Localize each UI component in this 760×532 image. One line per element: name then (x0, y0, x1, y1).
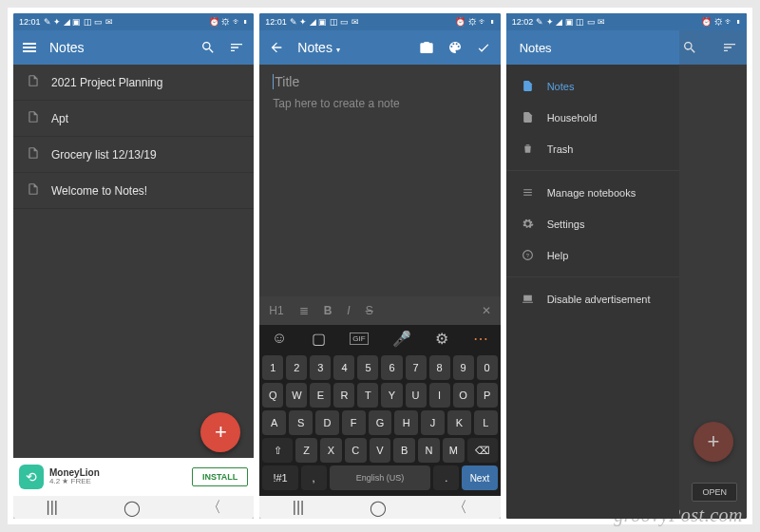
key-z[interactable]: Z (295, 438, 317, 463)
editor-area[interactable]: Title Tap here to create a note (259, 65, 500, 296)
list-button[interactable]: ≣ (299, 304, 309, 317)
note-icon (27, 74, 40, 90)
back-button[interactable]: 〈 (206, 498, 221, 518)
close-format-button[interactable]: ✕ (482, 304, 491, 317)
mic-icon[interactable]: 🎤 (392, 330, 411, 348)
key-t[interactable]: T (357, 383, 378, 408)
key-,[interactable]: , (301, 466, 327, 490)
key-g[interactable]: G (369, 410, 392, 435)
back-button[interactable]: 〈 (452, 498, 467, 518)
key-j[interactable]: J (421, 410, 445, 435)
note-item[interactable]: Apt (13, 101, 254, 137)
kb-settings-icon[interactable]: ⚙ (435, 330, 448, 348)
key-!#1[interactable]: !#1 (262, 466, 297, 490)
key-next[interactable]: Next (462, 466, 497, 490)
key-4[interactable]: 4 (333, 355, 354, 380)
key-m[interactable]: M (443, 438, 465, 463)
recents-button[interactable]: ||| (46, 499, 57, 516)
key-b[interactable]: B (393, 438, 415, 463)
key-l[interactable]: L (474, 410, 498, 435)
screen-drawer: 12:02✎ ✦ ◢ ▣ ◫ ▭ ✉ ⏰ ⚙ ᯤ ▮ + OPEN 12:02✎… (506, 13, 747, 519)
ad-banner[interactable]: ⟲ MoneyLion 4.2 ★ FREE INSTALL (13, 458, 254, 496)
key-w[interactable]: W (286, 383, 307, 408)
key-5[interactable]: 5 (357, 355, 378, 380)
key-1[interactable]: 1 (262, 355, 283, 380)
notebook-dropdown[interactable]: Notes (297, 40, 340, 55)
emoji-icon[interactable]: ☺ (272, 330, 287, 347)
key-⇧[interactable]: ⇧ (262, 438, 293, 463)
ad-install-button[interactable]: INSTALL (192, 467, 248, 486)
key-o[interactable]: O (453, 383, 474, 408)
key-9[interactable]: 9 (453, 355, 474, 380)
key-q[interactable]: Q (262, 383, 283, 408)
key-2[interactable]: 2 (286, 355, 307, 380)
key-y[interactable]: Y (381, 383, 402, 408)
key-v[interactable]: V (370, 438, 391, 463)
palette-icon[interactable] (447, 40, 463, 55)
key-7[interactable]: 7 (406, 355, 427, 380)
drawer-item-household[interactable]: Household (506, 102, 679, 133)
confirm-icon[interactable] (476, 40, 491, 55)
key-d[interactable]: D (315, 410, 339, 435)
app-bar: Notes (259, 30, 500, 65)
drawer-item-trash[interactable]: Trash (506, 133, 679, 164)
ad-open-button[interactable]: OPEN (692, 483, 737, 502)
sort-icon[interactable] (229, 40, 244, 55)
kb-more-icon[interactable]: ⋯ (473, 330, 488, 348)
body-input[interactable]: Tap here to create a note (273, 97, 486, 110)
key-8[interactable]: 8 (429, 355, 450, 380)
note-item[interactable]: Grocery list 12/13/19 (13, 137, 254, 173)
bold-button[interactable]: B (324, 304, 332, 317)
search-icon[interactable] (682, 40, 697, 55)
key-h[interactable]: H (394, 410, 418, 435)
add-camera-icon[interactable] (419, 40, 434, 55)
drawer-item-notes[interactable]: Notes (506, 70, 679, 102)
title-input[interactable]: Title (273, 74, 486, 89)
add-note-fab[interactable]: + (694, 422, 733, 462)
key-english (us)[interactable]: English (US) (330, 466, 431, 490)
key-p[interactable]: P (477, 383, 498, 408)
home-button[interactable]: ◯ (124, 499, 141, 517)
recents-button[interactable]: ||| (293, 499, 304, 516)
italic-button[interactable]: I (347, 304, 350, 317)
sort-icon[interactable] (722, 40, 737, 55)
status-bar: 12:01✎ ✦ ◢ ▣ ◫ ▭ ✉ ⏰ ⚙ ᯤ ▮ (259, 13, 500, 30)
sticker-icon[interactable]: ▢ (312, 330, 326, 348)
key-.[interactable]: . (433, 466, 459, 490)
key-a[interactable]: A (262, 410, 286, 435)
h1-button[interactable]: H1 (269, 304, 283, 317)
note-title: Grocery list 12/13/19 (51, 148, 157, 162)
key-k[interactable]: K (447, 410, 471, 435)
note-item[interactable]: Welcome to Notes! (13, 173, 254, 209)
key-3[interactable]: 3 (310, 355, 331, 380)
app-bar: Notes (13, 30, 254, 65)
key-⌫[interactable]: ⌫ (467, 438, 498, 463)
drawer-item-disable-advertisement[interactable]: Disable advertisement (506, 283, 679, 314)
note-item[interactable]: 2021 Project Planning (13, 65, 254, 101)
key-c[interactable]: C (345, 438, 367, 463)
drawer-item-help[interactable]: ?Help (506, 239, 679, 271)
search-icon[interactable] (200, 40, 216, 55)
key-n[interactable]: N (418, 438, 440, 463)
screen-note-editor: 12:01✎ ✦ ◢ ▣ ◫ ▭ ✉ ⏰ ⚙ ᯤ ▮ Notes Title T… (259, 13, 500, 519)
key-i[interactable]: I (429, 383, 450, 408)
key-0[interactable]: 0 (477, 355, 498, 380)
back-icon[interactable] (269, 40, 284, 55)
key-x[interactable]: X (320, 438, 342, 463)
key-e[interactable]: E (310, 383, 331, 408)
drawer-item-manage-notebooks[interactable]: Manage notebooks (506, 177, 679, 208)
key-s[interactable]: S (289, 410, 313, 435)
home-button[interactable]: ◯ (370, 499, 387, 517)
drawer-title: Notes (506, 30, 679, 65)
menu-icon[interactable] (23, 43, 36, 52)
gif-icon[interactable]: GIF (350, 332, 368, 345)
key-r[interactable]: R (333, 383, 354, 408)
keyboard: 1234567890 QWERTYUIOP ASDFGHJKL ⇧ZXCVBNM… (259, 352, 500, 496)
key-f[interactable]: F (342, 410, 366, 435)
note-icon (27, 110, 40, 126)
keyboard-toolbar: ☺ ▢ GIF 🎤 ⚙ ⋯ (259, 325, 500, 352)
key-6[interactable]: 6 (381, 355, 402, 380)
key-u[interactable]: U (406, 383, 427, 408)
drawer-item-settings[interactable]: Settings (506, 208, 679, 239)
strike-button[interactable]: S (366, 304, 373, 317)
